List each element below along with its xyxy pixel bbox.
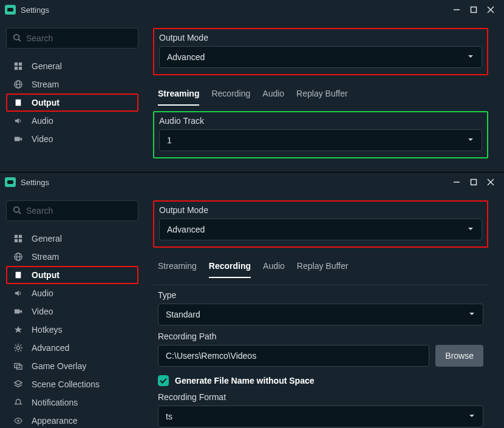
sidebar-item-label: Game Overlay (32, 361, 86, 371)
tab-recording[interactable]: Recording (211, 86, 250, 106)
tab-audio[interactable]: Audio (262, 86, 284, 106)
svg-point-30 (16, 346, 19, 349)
generate-filename-checkbox[interactable] (158, 375, 169, 386)
sidebar-item-video[interactable]: Video (6, 302, 138, 321)
sidebar-item-scene-collections[interactable]: Scene Collections (6, 375, 138, 393)
type-select[interactable]: Standard (158, 304, 483, 325)
gear-icon (12, 344, 24, 352)
sidebar-item-label: Stream (32, 252, 59, 262)
sidebar-item-video[interactable]: Video (6, 130, 138, 148)
svg-rect-9 (19, 67, 22, 70)
sidebar-item-hotkeys[interactable]: Hotkeys (6, 321, 138, 339)
output-icon (12, 98, 24, 107)
search-field[interactable] (6, 200, 138, 221)
settings-window-top: Settings General Stream (0, 0, 504, 172)
maximize-button[interactable] (465, 1, 482, 18)
settings-window-bottom: Settings General Stream Output Audio Vid… (0, 172, 504, 428)
minimize-button[interactable] (448, 174, 465, 191)
svg-rect-6 (15, 63, 18, 66)
sidebar-item-label: General (32, 61, 62, 71)
star-icon (12, 325, 24, 334)
sidebar-item-audio[interactable]: Audio (6, 284, 138, 302)
svg-rect-24 (19, 239, 22, 242)
output-mode-select[interactable]: Advanced (159, 46, 482, 68)
globe-icon (12, 80, 24, 89)
sidebar-item-general[interactable]: General (6, 229, 138, 248)
window-title: Settings (21, 178, 49, 187)
tab-replay-buffer[interactable]: Replay Buffer (297, 259, 349, 278)
search-field[interactable] (6, 28, 138, 49)
recording-path-input[interactable]: C:\Users\Remco\Videos (158, 345, 429, 367)
svg-rect-23 (15, 239, 18, 242)
sidebar-item-stream[interactable]: Stream (6, 248, 138, 266)
grid-icon (12, 234, 24, 243)
generate-filename-label: Generate File Name without Space (175, 376, 315, 386)
separator (153, 285, 488, 285)
sidebar-item-label: Video (32, 134, 53, 144)
chevron-down-icon (467, 135, 474, 145)
sidebar-item-advanced[interactable]: Advanced (6, 339, 138, 357)
svg-point-33 (17, 420, 19, 422)
output-mode-select[interactable]: Advanced (159, 219, 482, 240)
tab-streaming[interactable]: Streaming (158, 259, 197, 278)
search-icon (13, 33, 21, 44)
sidebar-item-label: Advanced (32, 343, 69, 353)
sidebar: General Stream Output Audio Video Hotkey… (0, 192, 145, 428)
tab-streaming[interactable]: Streaming (158, 86, 199, 106)
sidebar-item-label: Output (32, 270, 60, 280)
sidebar-item-notifications[interactable]: Notifications (6, 393, 138, 412)
main-panel: Output Mode Advanced Streaming Recording… (145, 192, 504, 428)
sidebar-item-label: Notifications (32, 398, 78, 407)
sidebar-item-output[interactable]: Output (6, 266, 138, 284)
select-value: Standard (166, 310, 200, 319)
browse-button[interactable]: Browse (435, 345, 483, 367)
sidebar-item-label: Audio (32, 288, 53, 298)
output-mode-group: Output Mode Advanced (153, 28, 488, 75)
sidebar-item-output[interactable]: Output (6, 93, 138, 112)
eye-icon (12, 416, 24, 425)
select-value: Advanced (167, 225, 205, 234)
sidebar-item-appearance[interactable]: Appearance (6, 412, 138, 428)
output-tabs: Streaming Recording Audio Replay Buffer (153, 79, 488, 106)
svg-rect-13 (16, 100, 21, 106)
maximize-button[interactable] (465, 174, 482, 191)
close-button[interactable] (482, 1, 499, 18)
audio-track-select[interactable]: 1 (159, 129, 482, 151)
input-value: C:\Users\Remco\Videos (166, 351, 256, 361)
sidebar-item-general[interactable]: General (6, 57, 138, 75)
tab-recording[interactable]: Recording (209, 259, 251, 278)
speaker-icon (12, 289, 24, 297)
type-group: Type Standard (153, 290, 488, 325)
sidebar-item-game-overlay[interactable]: Game Overlay (6, 357, 138, 375)
sidebar-item-audio[interactable]: Audio (6, 112, 138, 130)
svg-line-20 (19, 211, 21, 214)
svg-rect-22 (19, 235, 22, 238)
tab-audio[interactable]: Audio (263, 259, 285, 278)
select-value: ts (166, 412, 172, 421)
close-button[interactable] (482, 174, 499, 191)
sidebar-item-label: Hotkeys (32, 325, 63, 335)
titlebar: Settings (0, 172, 504, 192)
sidebar: General Stream Output Audio Video (0, 19, 145, 172)
sidebar-item-stream[interactable]: Stream (6, 75, 138, 93)
chevron-down-icon (467, 52, 474, 62)
tab-replay-buffer[interactable]: Replay Buffer (296, 86, 348, 106)
grid-icon (12, 62, 24, 70)
sidebar-item-label: Video (32, 307, 53, 316)
recording-format-select[interactable]: ts (158, 406, 483, 427)
svg-point-4 (14, 34, 19, 39)
chevron-down-icon (468, 310, 475, 319)
svg-rect-8 (15, 67, 18, 70)
sidebar-item-label: Scene Collections (32, 379, 100, 389)
search-input[interactable] (26, 206, 132, 216)
recording-format-group: Recording Format ts (153, 392, 488, 427)
svg-rect-31 (15, 364, 20, 368)
svg-rect-7 (19, 63, 22, 66)
minimize-button[interactable] (448, 1, 465, 18)
svg-rect-1 (471, 7, 477, 13)
search-input[interactable] (26, 33, 132, 43)
speaker-icon (12, 117, 24, 125)
titlebar: Settings (0, 0, 504, 19)
recording-path-group: Recording Path C:\Users\Remco\Videos Bro… (153, 331, 488, 367)
svg-point-19 (14, 206, 19, 212)
